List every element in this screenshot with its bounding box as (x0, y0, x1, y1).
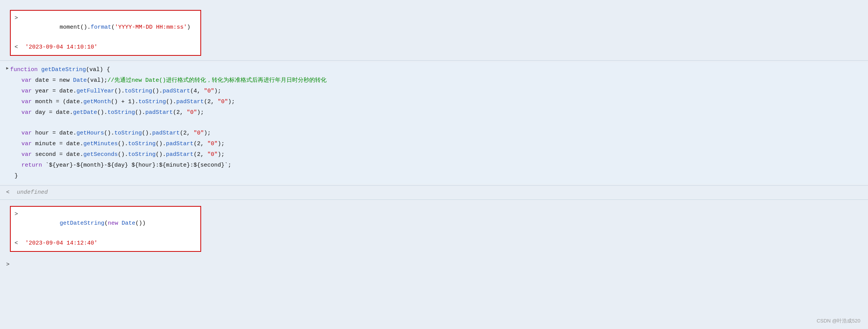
block4-output-line: < '2023-09-04 14:12:40' (15, 238, 197, 249)
block4-input-code: getDateString(new Date()) (25, 210, 146, 237)
block4-input-prompt: > (15, 210, 23, 219)
block4-wrapper: > getDateString(new Date()) < '2023-09-0… (0, 200, 868, 256)
block1-output-line: < '2023-09-04 14:10:10' (15, 42, 197, 53)
comment-date: //先通过new Date()进行格式的转化，转化为标准格式后再进行年月日时分秒… (107, 76, 327, 85)
final-prompt[interactable]: > (6, 260, 15, 269)
fn-line-hour: var hour = date.getHours().toString().pa… (6, 128, 862, 139)
block4-output-value: '2023-09-04 14:12:40' (25, 239, 98, 248)
block4-input-line: > getDateString(new Date()) (15, 209, 197, 238)
watermark: CSDN @叶浩成520 (817, 318, 860, 324)
block4-output-prompt: < (15, 239, 23, 248)
final-prompt-line: > (6, 259, 862, 270)
expand-arrow: ► (6, 65, 9, 72)
fn-param: val (89, 65, 100, 75)
fn-getDa: getDa (41, 65, 59, 75)
b4-fn: getDateString (60, 220, 104, 227)
block1-bordered: > moment().format('YYYY-MM-DD HH:mm:ss')… (10, 10, 201, 56)
block1-input-prompt: > (15, 14, 23, 23)
block1-output-value: '2023-09-04 14:10:10' (25, 43, 98, 52)
block5-prompt: > (0, 256, 868, 272)
fn-line-second: var second = date.getSeconds().toString(… (6, 149, 862, 160)
fn-line-minute: var minute = date.getMinutes().toString(… (6, 139, 862, 149)
block1-output-prompt: < (15, 43, 23, 52)
block3-undefined: < undefined (0, 186, 868, 199)
kw-function: function (10, 65, 41, 75)
var-month: month (35, 97, 52, 107)
function-header: ► function getDateString(val) { (6, 65, 862, 75)
undefined-line: < undefined (6, 187, 862, 198)
fn-line-year: var year = date.getFullYear().toString()… (6, 86, 862, 97)
block1-input-line: > moment().format('YYYY-MM-DD HH:mm:ss') (15, 13, 197, 42)
fn-close: } (6, 171, 862, 182)
b1-format: format (91, 24, 111, 31)
block1-input-code: moment().format('YYYY-MM-DD HH:mm:ss') (25, 14, 190, 41)
fn-line-return: return `${year}-${month}-${day} ${hour}:… (6, 160, 862, 171)
b1-moment: moment (60, 24, 80, 31)
fn-line-date: var date = new Date(val);//先通过new Date()… (6, 75, 862, 86)
block2-function: ► function getDateString(val) { var date… (0, 62, 868, 184)
block4-bordered: > getDateString(new Date()) < '2023-09-0… (10, 206, 201, 252)
b1-format-string: 'YYYY-MM-DD HH:mm:ss' (115, 24, 187, 31)
undefined-prompt: < (6, 188, 15, 197)
console-container: > moment().format('YYYY-MM-DD HH:mm:ss')… (0, 0, 868, 276)
block1-wrapper: > moment().format('YYYY-MM-DD HH:mm:ss')… (0, 4, 868, 60)
undefined-text: undefined (17, 188, 48, 197)
divider1 (0, 60, 868, 61)
fn-blank (6, 118, 862, 128)
fn-line-month: var month = (date.getMonth() + 1).toStri… (6, 97, 862, 107)
fn-line-day: var day = date.getDate().toString().padS… (6, 107, 862, 118)
fn-teString: teString (59, 65, 86, 75)
